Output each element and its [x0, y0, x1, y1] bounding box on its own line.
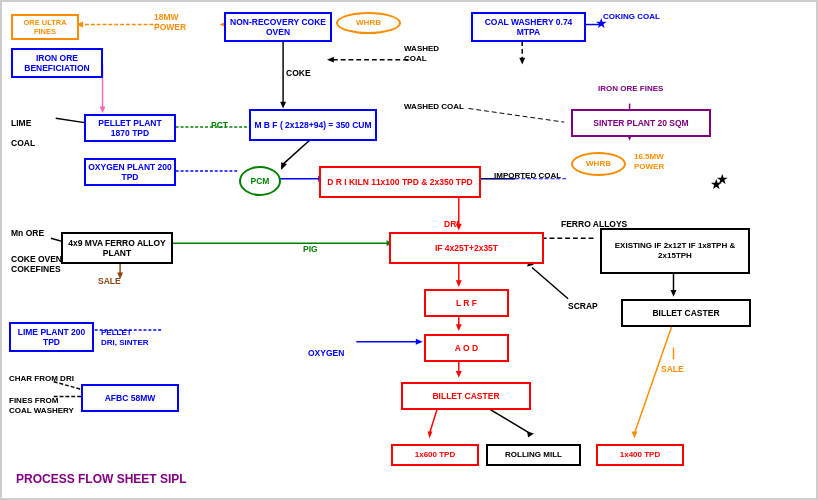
svg-line-17 [283, 138, 312, 164]
svg-marker-9 [327, 57, 334, 63]
mbf-box: M B F ( 2x128+94) = 350 CUM [249, 109, 377, 141]
lrf-box: L R F [424, 289, 509, 317]
svg-marker-11 [280, 102, 286, 109]
iron-ore-beneficiation-box: IRON ORE BENEFICIATION [11, 48, 103, 78]
svg-line-61 [469, 108, 565, 122]
dri-kiln-box: D R I KILN 11x100 TPD & 2x350 TPD [319, 166, 481, 198]
pellet-dri-sinter-label: PELLETDRI, SINTER [101, 328, 149, 347]
pig-label: PIG [303, 244, 318, 254]
non-recovery-coke-oven-box: NON-RECOVERY COKE OVEN [224, 12, 332, 42]
ferro-alloys-label: FERRO ALLOYS [561, 219, 627, 229]
process-flow-footer: PROCESS FLOW SHEET SIPL [16, 472, 187, 486]
char-from-dri-label: CHAR FROM DRI [9, 374, 74, 384]
imported-coal-label: IMPORTED COAL [494, 171, 561, 181]
svg-line-50 [634, 321, 673, 433]
ore-ultra-fines-box: ORE ULTRA FINES [11, 14, 79, 40]
oxygen-plant-box: OXYGEN PLANT 200 TPD [84, 158, 176, 186]
washed-coal-bottom-label: WASHED COAL [404, 102, 464, 112]
billet-caster-main-box: BILLET CASTER [401, 382, 531, 410]
whrb-bottom-box: WHRB [571, 152, 626, 176]
iron-ore-fines-label: IRON ORE FINES [598, 84, 663, 94]
dri-label: DRI [444, 219, 459, 229]
svg-marker-51 [632, 432, 638, 439]
billet-caster-right-box: BILLET CASTER [621, 299, 751, 327]
svg-marker-18 [281, 162, 287, 170]
svg-marker-54 [671, 290, 677, 297]
pct-label: PCT [211, 120, 228, 130]
existing-box: EXISTING IF 2x12T IF 1x8TPH & 2x15TPH [600, 228, 750, 274]
svg-marker-47 [527, 432, 534, 438]
sale-ferro-label: SALE [98, 276, 121, 286]
svg-marker-41 [456, 324, 462, 331]
ferro-alloy-plant-box: 4x9 MVA FERRO ALLOY PLANT [61, 232, 173, 264]
aod-box: A O D [424, 334, 509, 362]
svg-marker-45 [428, 432, 433, 439]
1x400-box: 1x400 TPD [596, 444, 684, 466]
if-box: IF 4x25T+2x35T [389, 232, 544, 264]
coal-washery-box: COAL WASHERY 0.74 MTPA [471, 12, 586, 42]
imported-coal-star: ★ [716, 171, 729, 187]
1x600-box: 1x600 TPD [391, 444, 479, 466]
coal-label: COAL [11, 138, 35, 148]
oxygen-label: OXYGEN [308, 348, 344, 358]
mn-ore-label: Mn ORE [11, 228, 44, 238]
16-5mw-label: 16.5MWPOWER [634, 152, 664, 171]
sale-billet-label: SALE [661, 364, 684, 374]
lime-label: LIME [11, 118, 31, 128]
rolling-mill-box: ROLLING MILL [486, 444, 581, 466]
washed-coal-top-label: WASHEDCOAL [404, 44, 439, 63]
svg-line-48 [532, 268, 568, 299]
coke-label: COKE [286, 68, 311, 78]
svg-marker-43 [456, 371, 462, 378]
pellet-plant-box: PELLET PLANT 1870 TPD [84, 114, 176, 142]
scrap-label: SCRAP [568, 301, 598, 311]
afbc-box: AFBC 58MW [81, 384, 179, 412]
sinter-plant-box: SINTER PLANT 20 SQM [571, 109, 711, 137]
svg-marker-39 [456, 280, 462, 287]
svg-marker-56 [416, 339, 423, 345]
diagram: ★ ★ ORE ULTRA FINES IRON ORE BENEFICIATI… [6, 6, 812, 494]
main-container: ★ ★ ORE ULTRA FINES IRON ORE BENEFICIATI… [0, 0, 818, 500]
svg-marker-13 [100, 107, 106, 114]
coking-coal-label: COKING COAL [603, 12, 660, 22]
18mw-power-label: 18MWPOWER [154, 12, 186, 32]
coke-oven-cokefines-label: COKE OVENCOKEFINES [11, 254, 62, 274]
fines-from-coal-label: FINES FROMCOAL WASHERY [9, 396, 74, 415]
lime-plant-box: LIME PLANT 200 TPD [9, 322, 94, 352]
svg-marker-7 [519, 58, 525, 65]
pcm-box: PCM [239, 166, 281, 196]
whrb-top-box: WHRB [336, 12, 401, 34]
